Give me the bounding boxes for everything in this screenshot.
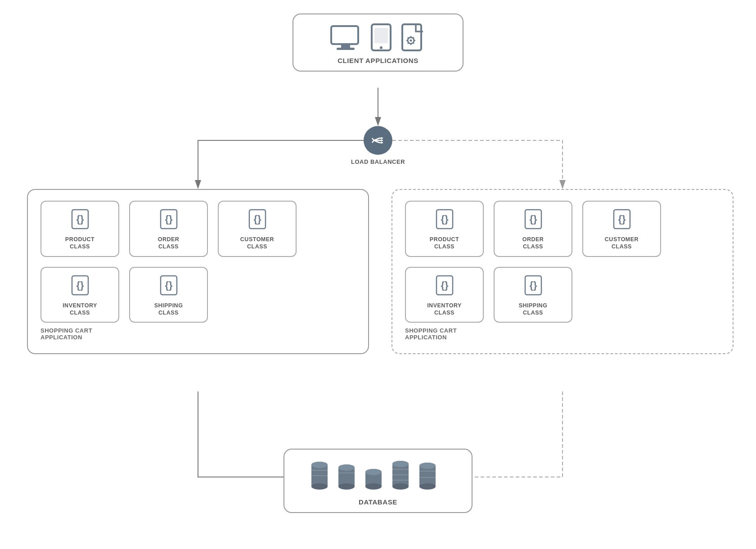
right-shipping-label: SHIPPINGCLASS <box>519 302 548 317</box>
lb-split-icon <box>369 132 387 149</box>
diagram-container: CLIENT APPLICATIONS <box>0 0 756 549</box>
code-braces-icon3: {} <box>248 208 267 230</box>
svg-text:{}: {} <box>165 279 173 291</box>
lb-label: LOAD BALANCER <box>351 158 405 165</box>
left-order-icon: {} <box>159 208 179 232</box>
svg-text:{}: {} <box>618 213 626 225</box>
right-app-row1: {} PRODUCTCLASS {} ORDERCLASS <box>405 201 720 257</box>
left-app-row1: {} PRODUCTCLASS {} ORDERCLASS <box>40 201 356 257</box>
right-inventory-label: INVENTORYCLASS <box>427 302 462 317</box>
client-icons <box>329 22 427 52</box>
database-icons-svg <box>306 458 450 494</box>
left-product-icon: {} <box>70 208 90 232</box>
code-braces-icon5: {} <box>159 274 179 297</box>
client-applications-box: CLIENT APPLICATIONS <box>292 14 464 72</box>
svg-line-16 <box>408 37 409 38</box>
svg-point-69 <box>392 461 409 467</box>
svg-text:{}: {} <box>529 213 537 225</box>
svg-rect-8 <box>374 28 388 43</box>
right-shipping-class: {} SHIPPINGCLASS <box>494 267 572 323</box>
left-customer-icon: {} <box>248 208 267 232</box>
settings-icon <box>400 22 427 52</box>
svg-point-7 <box>380 46 382 49</box>
left-product-class: {} PRODUCTCLASS <box>40 201 119 257</box>
database-box: DATABASE <box>284 449 472 513</box>
r-code-braces-icon3: {} <box>612 208 632 230</box>
svg-rect-4 <box>341 44 350 48</box>
svg-point-60 <box>338 464 355 471</box>
r-code-braces-icon: {} <box>435 208 454 230</box>
right-inventory-class: {} INVENTORYCLASS <box>405 267 484 323</box>
svg-text:{}: {} <box>441 279 449 291</box>
right-order-class: {} ORDERCLASS <box>494 201 572 257</box>
svg-point-76 <box>419 463 436 469</box>
r-code-braces-icon2: {} <box>523 208 543 230</box>
right-order-icon: {} <box>523 208 543 232</box>
left-inventory-class: {} INVENTORYCLASS <box>40 267 119 323</box>
right-product-class: {} PRODUCTCLASS <box>405 201 484 257</box>
right-order-label: ORDERCLASS <box>522 236 544 251</box>
right-customer-label: CUSTOMERCLASS <box>605 236 639 251</box>
monitor-icon <box>329 24 362 52</box>
svg-point-65 <box>365 469 382 475</box>
svg-point-64 <box>365 483 382 490</box>
right-customer-class: {} CUSTOMERCLASS <box>582 201 661 257</box>
right-app-container: {} PRODUCTCLASS {} ORDERCLASS <box>392 189 734 354</box>
r-code-braces-icon4: {} <box>435 274 454 297</box>
svg-point-59 <box>338 483 355 490</box>
left-app-label: SHOPPING CARTAPPLICATION <box>40 327 356 341</box>
left-app-row2: {} INVENTORYCLASS {} SHIPPINGCLASS <box>40 267 356 323</box>
left-inventory-icon: {} <box>70 274 90 298</box>
right-app-label: SHOPPING CARTAPPLICATION <box>405 327 720 341</box>
right-product-label: PRODUCTCLASS <box>430 236 459 251</box>
tablet-icon <box>370 22 392 52</box>
svg-rect-67 <box>392 464 409 486</box>
svg-line-17 <box>413 43 414 44</box>
left-shipping-label: SHIPPINGCLASS <box>154 302 183 317</box>
db-label: DATABASE <box>359 498 397 506</box>
svg-rect-3 <box>331 26 358 44</box>
left-order-label: ORDERCLASS <box>158 236 180 251</box>
right-inventory-icon: {} <box>435 274 454 298</box>
svg-text:{}: {} <box>441 213 449 225</box>
code-braces-icon4: {} <box>70 274 90 297</box>
left-inventory-label: INVENTORYCLASS <box>63 302 97 317</box>
left-shipping-class: {} SHIPPINGCLASS <box>129 267 208 323</box>
right-customer-icon: {} <box>612 208 632 232</box>
svg-point-75 <box>419 483 436 490</box>
code-braces-icon: {} <box>70 208 90 230</box>
left-app-container: {} PRODUCTCLASS {} ORDERCLASS <box>27 189 369 354</box>
svg-point-11 <box>410 40 412 42</box>
svg-text:{}: {} <box>76 213 84 225</box>
load-balancer: LOAD BALANCER <box>351 126 405 165</box>
code-braces-icon2: {} <box>159 208 179 230</box>
svg-rect-5 <box>337 48 355 50</box>
db-icons <box>306 458 450 494</box>
left-product-label: PRODUCTCLASS <box>65 236 94 251</box>
client-label: CLIENT APPLICATIONS <box>338 57 418 64</box>
svg-text:{}: {} <box>165 213 173 225</box>
r-code-braces-icon5: {} <box>523 274 543 297</box>
svg-point-54 <box>311 462 328 468</box>
svg-text:{}: {} <box>529 279 537 291</box>
svg-point-53 <box>311 483 328 490</box>
left-customer-class: {} CUSTOMERCLASS <box>218 201 297 257</box>
svg-text:{}: {} <box>253 213 261 225</box>
left-shipping-icon: {} <box>159 274 179 298</box>
right-product-icon: {} <box>435 208 454 232</box>
right-shipping-icon: {} <box>523 274 543 298</box>
left-order-class: {} ORDERCLASS <box>129 201 208 257</box>
svg-text:{}: {} <box>76 279 84 291</box>
left-customer-label: CUSTOMERCLASS <box>240 236 274 251</box>
right-app-row2: {} INVENTORYCLASS {} SHIPPINGCLASS <box>405 267 720 323</box>
lb-icon <box>364 126 392 155</box>
svg-line-19 <box>408 43 409 44</box>
svg-point-68 <box>392 483 409 490</box>
svg-line-18 <box>413 37 414 38</box>
